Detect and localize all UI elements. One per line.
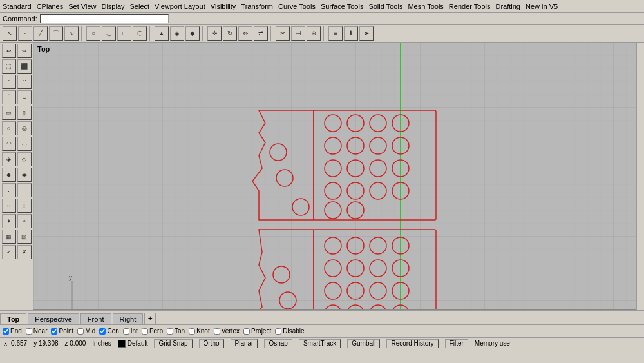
viewport-top[interactable]: Top x [33,43,636,310]
side-redo-btn[interactable]: ↪ [17,44,32,58]
side-snap1-btn[interactable]: ✦ [2,214,16,228]
tb-sep2 [149,26,152,41]
osnap-disable-check[interactable] [275,328,281,335]
side-grid1-btn[interactable]: ▦ [2,230,16,244]
menu-mesh-tools[interactable]: Mesh Tools [408,3,443,10]
tab-top[interactable]: Top [0,313,26,324]
osnap-cen-check[interactable] [99,328,106,335]
menu-bar: Standard CPlanes Set View Display Select… [0,0,644,13]
osnap-vertex-check[interactable] [214,328,220,335]
osnap-mid-label: Mid [85,328,95,335]
side-mesh1-btn[interactable]: ⋮ [2,183,16,197]
command-label: Command: [3,15,37,23]
side-sel1-btn[interactable]: ⬚ [2,59,16,74]
tb-mirror-btn[interactable]: ⇌ [254,26,268,41]
tb-polygon-btn[interactable]: ⬡ [133,26,147,41]
osnap-knot-check[interactable] [189,328,195,335]
side-check1-btn[interactable]: ✓ [2,245,16,259]
osnap-int-check[interactable] [123,328,129,335]
menu-render-tools[interactable]: Render Tools [449,3,491,10]
tb-arc-btn[interactable]: ◡ [102,26,116,41]
planar-btn[interactable]: Planar [231,339,258,348]
tb-extrude-btn[interactable]: ▲ [155,26,169,41]
side-rect2-btn[interactable]: ▯ [17,106,32,120]
side-dim2-btn[interactable]: ↕ [17,199,32,213]
side-solid1-btn[interactable]: ◆ [2,168,16,182]
menu-setview[interactable]: Set View [68,3,96,10]
osnap-perp-check[interactable] [142,328,148,335]
osnap-tan-check[interactable] [167,328,173,335]
side-undo-btn[interactable]: ↩ [2,44,16,58]
menu-new-v5[interactable]: New in V5 [526,3,558,10]
tb-join-btn[interactable]: ⊕ [307,26,321,41]
tb-surface-btn[interactable]: ◈ [170,26,184,41]
menu-viewport-layout[interactable]: Viewport Layout [155,3,205,10]
side-crv1-btn[interactable]: ⌒ [2,90,16,104]
menu-cplanes[interactable]: CPlanes [37,3,64,10]
side-sel2-btn[interactable]: ⬛ [17,59,32,74]
side-crv2-btn[interactable]: ⌣ [17,90,32,104]
status-color-swatch-container: Default [118,340,148,348]
tb-properties-btn[interactable]: ℹ [344,26,358,41]
side-rect1-btn[interactable]: ▭ [2,106,16,120]
tb-split-btn[interactable]: ⊣ [291,26,305,41]
side-surf1-btn[interactable]: ◈ [2,152,16,166]
tb-move-btn[interactable]: ✛ [207,26,222,41]
osnap-project-check[interactable] [243,328,250,335]
side-solid2-btn[interactable]: ◉ [17,168,32,182]
side-circ1-btn[interactable]: ○ [2,121,16,135]
side-snap2-btn[interactable]: ✧ [17,214,32,228]
side-mesh2-btn[interactable]: ⋯ [17,183,32,197]
tb-solid-btn[interactable]: ◆ [185,26,200,41]
side-pt2-btn[interactable]: ∵ [17,75,32,89]
menu-solid-tools[interactable]: Solid Tools [368,3,402,10]
viewport-tabs: Top Perspective Front Right + [0,310,644,324]
tab-front[interactable]: Front [80,313,111,324]
osnap-mid-check[interactable] [77,328,84,335]
side-dim1-btn[interactable]: ↔ [2,199,16,213]
menu-transform[interactable]: Transform [241,3,273,10]
side-arc1-btn[interactable]: ◠ [2,137,16,151]
side-arc2-btn[interactable]: ◡ [17,137,32,151]
filter-btn[interactable]: Filter [445,339,468,348]
tb-rect-btn[interactable]: □ [117,26,131,41]
osnap-near-check[interactable] [26,328,32,335]
side-grid2-btn[interactable]: ▧ [17,230,32,244]
tb-layers-btn[interactable]: ≡ [328,26,343,41]
osnap-cen-label: Cen [107,328,118,335]
menu-display[interactable]: Display [101,3,124,10]
tb-polyline-btn[interactable]: ⌒ [49,26,63,41]
menu-select[interactable]: Select [130,3,150,10]
osnap-end-check[interactable] [3,328,9,335]
tb-line-btn[interactable]: ╱ [33,26,48,41]
tb-arrow-btn[interactable]: ➤ [359,26,374,41]
menu-curve-tools[interactable]: Curve Tools [278,3,316,10]
ortho-btn[interactable]: Ortho [199,339,224,348]
osnap-vertex: Vertex [214,328,240,335]
grid-snap-btn[interactable]: Grid Snap [154,339,192,348]
tab-add-btn[interactable]: + [144,313,156,324]
tb-curve-btn[interactable]: ∿ [64,26,79,41]
menu-drafting[interactable]: Drafting [495,3,520,10]
osnap-point-check[interactable] [51,328,57,335]
menu-surface-tools[interactable]: Surface Tools [321,3,363,10]
side-check2-btn[interactable]: ✗ [17,245,32,259]
menu-visibility[interactable]: Visibility [211,3,236,10]
osnap-btn[interactable]: Osnap [264,339,292,348]
gumball-btn[interactable]: Gumball [347,339,380,348]
tab-perspective[interactable]: Perspective [28,313,79,324]
smart-track-btn[interactable]: SmartTrack [299,339,341,348]
tb-scale-btn[interactable]: ⇔ [238,26,252,41]
tab-right[interactable]: Right [113,313,144,324]
tb-rotate-btn[interactable]: ↻ [223,26,237,41]
menu-standard[interactable]: Standard [3,3,32,10]
record-history-btn[interactable]: Record History [386,339,438,348]
tb-point-btn[interactable]: · [18,26,32,41]
side-surf2-btn[interactable]: ◇ [17,152,32,166]
tb-circle-btn[interactable]: ○ [86,26,100,41]
side-pt1-btn[interactable]: ∴ [2,75,16,89]
tb-select-btn[interactable]: ↖ [3,26,17,41]
command-input[interactable] [40,14,169,23]
tb-trim-btn[interactable]: ✂ [276,26,290,41]
side-circ2-btn[interactable]: ◎ [17,121,32,135]
